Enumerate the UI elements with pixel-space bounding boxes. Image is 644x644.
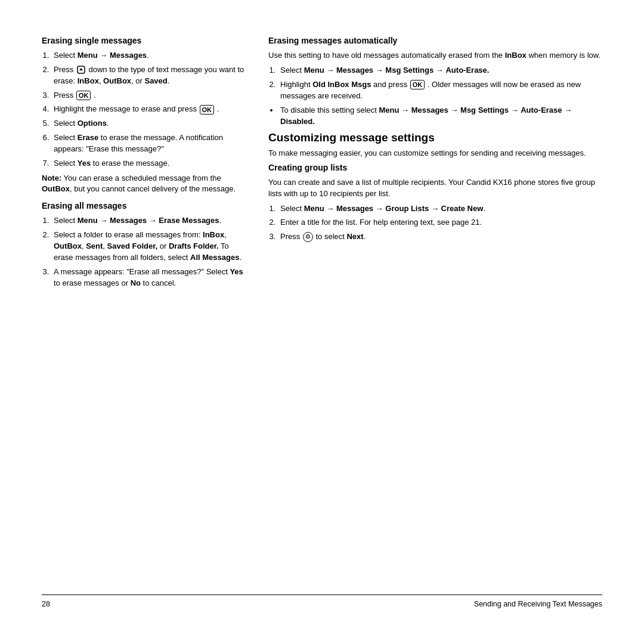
ok-box-auto: OK bbox=[410, 80, 425, 89]
steps-erasing-all: Select Menu → Messages → Erase Messages.… bbox=[51, 215, 244, 289]
step-4: Highlight the message to erase and press… bbox=[51, 104, 244, 115]
section-erasing-single: Erasing single messages Select Menu → Me… bbox=[42, 36, 244, 195]
ok-box-4: OK bbox=[200, 105, 215, 114]
footer-right: Sending and Receiving Text Messages bbox=[474, 600, 602, 608]
page: Erasing single messages Select Menu → Me… bbox=[0, 0, 644, 644]
ok-round-icon: ⊙ bbox=[303, 232, 313, 242]
all-step-3: A message appears: "Erase all messages?"… bbox=[51, 267, 244, 289]
bullet-list-auto: To disable this setting select Menu → Me… bbox=[279, 105, 602, 128]
steps-erasing-auto: Select Menu → Messages → Msg Settings → … bbox=[278, 65, 602, 102]
group-step-2: Enter a title for the list. For help ent… bbox=[278, 217, 602, 228]
step-2: Press down to the type of text message y… bbox=[51, 64, 244, 87]
page-number: 28 bbox=[42, 600, 50, 608]
note-erasing-single: Note: You can erase a scheduled message … bbox=[42, 173, 244, 196]
step-5: Select Options. bbox=[51, 118, 244, 129]
customizing-intro: To make messaging easier, you can custom… bbox=[268, 148, 602, 159]
group-step-3: Press ⊙ to select Next. bbox=[278, 231, 602, 243]
section-title-erasing-all: Erasing all messages bbox=[42, 201, 244, 210]
section-title-erasing-auto: Erasing messages automatically bbox=[268, 36, 602, 45]
auto-step-1: Select Menu → Messages → Msg Settings → … bbox=[278, 65, 602, 76]
step-1: Select Menu → Messages. bbox=[51, 50, 244, 61]
steps-group-lists: Select Menu → Messages → Group Lists → C… bbox=[278, 203, 602, 243]
auto-step-2: Highlight Old InBox Msgs and press OK . … bbox=[278, 79, 602, 102]
step-6: Select Erase to erase the message. A not… bbox=[51, 132, 244, 155]
section-group-lists: Creating group lists You can create and … bbox=[268, 163, 602, 243]
left-column: Erasing single messages Select Menu → Me… bbox=[42, 36, 244, 587]
section-title-group-lists: Creating group lists bbox=[268, 163, 602, 172]
bullet-disable: To disable this setting select Menu → Me… bbox=[279, 105, 602, 128]
group-step-1: Select Menu → Messages → Group Lists → C… bbox=[278, 203, 602, 215]
steps-erasing-single: Select Menu → Messages. Press down to th… bbox=[51, 50, 244, 169]
svg-marker-1 bbox=[79, 68, 83, 70]
step-7: Select Yes to erase the message. bbox=[51, 158, 244, 169]
section-title-erasing-single: Erasing single messages bbox=[42, 36, 244, 45]
section-erasing-all: Erasing all messages Select Menu → Messa… bbox=[42, 201, 244, 289]
nav-icon bbox=[76, 65, 86, 75]
section-customizing: Customizing message settings To make mes… bbox=[268, 131, 602, 159]
erasing-auto-intro: Use this setting to have old messages au… bbox=[268, 50, 602, 61]
all-step-1: Select Menu → Messages → Erase Messages. bbox=[51, 215, 244, 227]
section-erasing-auto: Erasing messages automatically Use this … bbox=[268, 36, 602, 128]
step-3: Press OK . bbox=[51, 90, 244, 101]
right-column: Erasing messages automatically Use this … bbox=[268, 36, 602, 587]
section-title-customizing: Customizing message settings bbox=[268, 131, 602, 144]
content-area: Erasing single messages Select Menu → Me… bbox=[42, 36, 602, 587]
footer: 28 Sending and Receiving Text Messages bbox=[42, 595, 602, 608]
group-lists-intro: You can create and save a list of multip… bbox=[268, 177, 602, 200]
all-step-2: Select a folder to erase all messages fr… bbox=[51, 230, 244, 264]
ok-box-3: OK bbox=[76, 91, 91, 100]
